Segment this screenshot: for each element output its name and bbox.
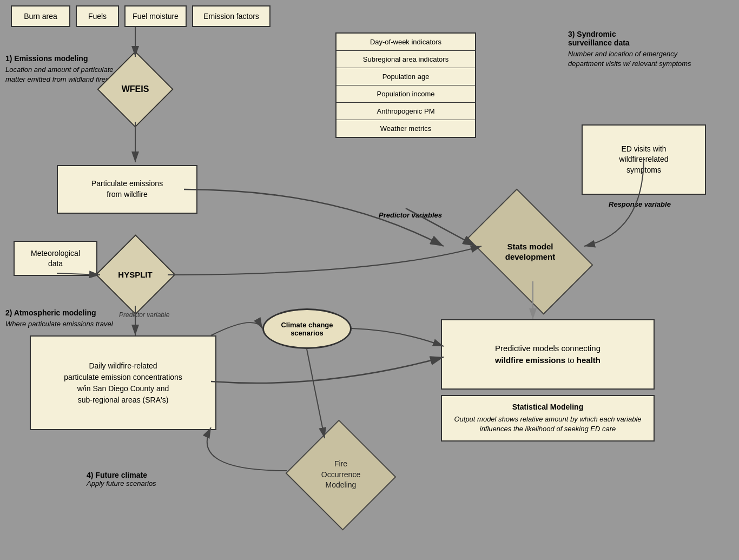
ed-visits-box: ED visits withwildfire-relatedsymptoms — [582, 124, 706, 195]
met-data-box: Meteorologicaldata — [14, 241, 97, 276]
predictor-pop-income: Population income — [336, 85, 475, 103]
predictive-label: Predictive models connectingwildfire emi… — [495, 342, 601, 367]
burn-area-box: Burn area — [11, 5, 70, 27]
burn-area-label: Burn area — [24, 11, 57, 21]
hysplit-label: HYSPLIT — [118, 270, 152, 279]
predictor-variables-group: Day-of-week indicators Subregional area … — [335, 32, 476, 138]
fuels-label: Fuels — [88, 11, 107, 21]
fire-diamond-wrap: FireOccurrenceModeling — [287, 433, 395, 517]
fuel-moisture-label: Fuel moisture — [133, 11, 179, 21]
predictor-subregional: Subregional area indicators — [336, 51, 475, 68]
predictor-variables-footer: Predictor variables — [379, 211, 442, 219]
ed-visits-label: ED visits withwildfire-relatedsymptoms — [619, 144, 668, 176]
stats-model-label: Stats modeldevelopment — [505, 241, 556, 262]
met-data-label: Meteorologicaldata — [31, 248, 80, 268]
particulate-label: Particulate emissionsfrom wildfire — [91, 179, 163, 200]
section4-header: 4) Future climate Apply future scenarios — [87, 471, 156, 487]
response-variable-label: Response variable — [609, 200, 671, 208]
stats-diamond-wrap: Stats modeldevelopment — [460, 211, 601, 292]
emission-factors-box: Emission factors — [192, 5, 270, 27]
statistical-modeling-header: Statistical Modeling — [450, 403, 645, 411]
predictor-var-label: Predictor variable — [119, 311, 169, 319]
predictive-models-box: Predictive models connectingwildfire emi… — [441, 319, 655, 390]
fuels-box: Fuels — [76, 5, 119, 27]
wfeis-diamond-wrap: WFEIS — [97, 60, 173, 119]
svg-line-9 — [307, 349, 325, 438]
fuel-moisture-box: Fuel moisture — [124, 5, 187, 27]
climate-label: Climate changescenarios — [281, 321, 333, 337]
daily-wildfire-box: Daily wildfire-relatedparticulate emissi… — [30, 335, 216, 430]
fire-label: FireOccurrenceModeling — [321, 459, 360, 491]
climate-ellipse: Climate changescenarios — [262, 308, 352, 349]
predictor-pop-age: Population age — [336, 68, 475, 85]
predictor-day-of-week: Day-of-week indicators — [336, 34, 475, 51]
diagram: Burn area Fuels Fuel moisture Emission f… — [0, 0, 739, 560]
wfeis-label: WFEIS — [122, 84, 149, 94]
statistical-modeling-box: Statistical Modeling Output model shows … — [441, 395, 655, 442]
statistical-modeling-desc: Output model shows relative amount by wh… — [450, 414, 645, 434]
section2-header: 2) Atmospheric modeling Where particulat… — [5, 308, 119, 329]
hysplit-diamond-wrap: HYSPLIT — [97, 243, 173, 306]
syndromic-section: 3) Syndromicsurveillance data Number and… — [568, 30, 714, 68]
emission-factors-label: Emission factors — [203, 11, 259, 21]
daily-wildfire-label: Daily wildfire-relatedparticulate emissi… — [64, 360, 182, 406]
predictor-weather: Weather metrics — [336, 120, 475, 137]
particulate-box: Particulate emissionsfrom wildfire — [57, 165, 197, 214]
predictor-anthropogenic: Anthropogenic PM — [336, 103, 475, 120]
